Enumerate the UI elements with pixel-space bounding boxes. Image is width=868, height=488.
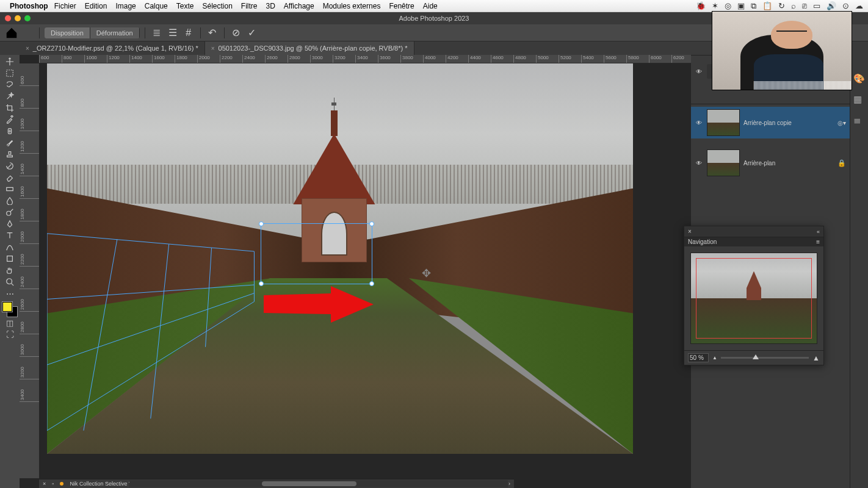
healing-tool[interactable]: [2, 126, 18, 137]
tray-icon[interactable]: ◎: [725, 1, 731, 10]
marquee-tool[interactable]: [2, 68, 18, 79]
disposition-button[interactable]: Disposition: [45, 27, 90, 38]
screenmode-toggle[interactable]: ⛶: [2, 329, 18, 340]
tray-icon[interactable]: 🐞: [696, 1, 706, 10]
status-plugin-label[interactable]: Nik Collection Selective Tool: [70, 481, 139, 487]
expand-status-icon[interactable]: ▫: [52, 481, 54, 487]
color-swatches[interactable]: [2, 302, 17, 317]
window-maximize[interactable]: [24, 15, 31, 21]
zoom-slider[interactable]: [721, 357, 809, 359]
navigation-panel[interactable]: × « Navigation ≡ ▲ ▲: [684, 226, 824, 365]
layer-thumbnail[interactable]: [707, 149, 740, 176]
navigator-viewport-box[interactable]: [696, 258, 812, 339]
panel-tab[interactable]: Navigation ≡: [684, 237, 823, 246]
type-tool[interactable]: [2, 230, 18, 241]
color-panel-icon[interactable]: 🎨: [853, 73, 866, 85]
wand-tool[interactable]: [2, 91, 18, 102]
blur-tool[interactable]: [2, 195, 18, 206]
smart-filter-icon[interactable]: ◎▾: [837, 120, 846, 126]
menu-selection[interactable]: Sélection: [202, 2, 232, 10]
tray-icon[interactable]: ⎚: [802, 1, 807, 10]
layer-row[interactable]: 👁 Arrière-plan copie ◎▾: [691, 107, 850, 138]
close-tab-icon[interactable]: ×: [211, 45, 215, 52]
tray-icon[interactable]: ↻: [778, 1, 785, 10]
menu-image[interactable]: Image: [115, 2, 136, 10]
brush-tool[interactable]: [2, 137, 18, 148]
chevron-right-icon[interactable]: ›: [508, 481, 510, 487]
align-icon[interactable]: ☰: [166, 26, 179, 40]
menu-affichage[interactable]: Affichage: [284, 2, 314, 10]
move-tool[interactable]: [2, 56, 18, 67]
document-canvas[interactable]: ✥: [47, 63, 633, 454]
tray-icon[interactable]: ⊙: [842, 1, 849, 10]
menu-aide[interactable]: Aide: [423, 2, 438, 10]
close-tab-icon[interactable]: ×: [26, 45, 29, 52]
vanishing-point-icon[interactable]: [21, 26, 34, 40]
history-brush-tool[interactable]: [2, 160, 18, 171]
panel-header[interactable]: × «: [684, 226, 823, 237]
tray-icon[interactable]: ▣: [737, 1, 745, 10]
foreground-color-swatch[interactable]: [2, 302, 12, 312]
menu-texte[interactable]: Texte: [176, 2, 194, 10]
ruler-vertical[interactable]: 6008001000120014001600180020002200240026…: [20, 63, 39, 478]
scrollbar-thumb[interactable]: [262, 481, 356, 486]
libraries-panel-icon[interactable]: ≣: [853, 115, 866, 127]
more-tools[interactable]: ⋯: [2, 288, 18, 299]
quickmask-toggle[interactable]: ◫: [2, 317, 18, 328]
path-tool[interactable]: [2, 242, 18, 253]
lock-icon[interactable]: 🔒: [837, 159, 846, 167]
tray-icon[interactable]: ⌕: [791, 1, 796, 10]
window-close[interactable]: [5, 15, 11, 21]
zoom-tool[interactable]: [2, 276, 18, 287]
undo-button[interactable]: ↶: [206, 26, 219, 40]
eyedropper-tool[interactable]: [2, 114, 18, 125]
document-tab[interactable]: × 05012023-_DSC9033.jpg @ 50% (Arrière-p…: [205, 41, 414, 55]
zoom-out-icon[interactable]: ▲: [712, 355, 717, 361]
layer-thumbnail[interactable]: [707, 109, 740, 136]
menu-fenetre[interactable]: Fenêtre: [389, 2, 414, 10]
ruler-horizontal[interactable]: 6008001000120014001600180020002200240026…: [39, 55, 691, 63]
pen-tool[interactable]: [2, 218, 18, 229]
stamp-tool[interactable]: [2, 149, 18, 160]
panel-close-icon[interactable]: ×: [688, 228, 692, 235]
grid-icon[interactable]: #: [182, 26, 195, 40]
visibility-toggle-icon[interactable]: 👁: [695, 68, 703, 75]
layer-row[interactable]: 👁 Arrière-plan 🔒: [691, 147, 850, 179]
menu-edition[interactable]: Edition: [85, 2, 107, 10]
visibility-toggle-icon[interactable]: 👁: [695, 160, 703, 167]
tray-icon[interactable]: ☁: [855, 1, 863, 10]
deformation-button[interactable]: Déformation: [90, 27, 140, 38]
crop-tool[interactable]: [2, 102, 18, 113]
lasso-tool[interactable]: [2, 79, 18, 90]
tray-icon[interactable]: ▭: [813, 1, 820, 10]
cancel-transform-button[interactable]: ⊘: [230, 26, 243, 40]
shape-tool[interactable]: [2, 253, 18, 264]
zoom-slider-thumb[interactable]: [753, 354, 759, 359]
document-tab[interactable]: × _ORZ2710-Modifier.psd @ 22,1% (Calque …: [20, 41, 205, 55]
window-minimize[interactable]: [15, 15, 21, 21]
menu-calque[interactable]: Calque: [145, 2, 168, 10]
horizontal-scrollbar[interactable]: [129, 480, 508, 487]
align-icon[interactable]: ≣: [150, 26, 164, 40]
hand-tool[interactable]: [2, 265, 18, 276]
menu-filtre[interactable]: Filtre: [241, 2, 258, 10]
layer-name[interactable]: Arrière-plan: [743, 160, 834, 167]
app-name-menu[interactable]: Photoshop: [10, 2, 48, 10]
tray-icon[interactable]: ⧉: [751, 1, 756, 11]
zoom-input[interactable]: [688, 353, 709, 362]
dodge-tool[interactable]: [2, 207, 18, 218]
panel-menu-icon[interactable]: ≡: [816, 239, 820, 245]
layer-name[interactable]: Arrière-plan copie: [743, 120, 834, 126]
tray-icon[interactable]: 🔊: [826, 1, 836, 10]
panel-collapse-icon[interactable]: «: [817, 229, 820, 235]
commit-transform-button[interactable]: ✓: [245, 26, 259, 40]
menu-3d[interactable]: 3D: [266, 2, 275, 10]
menu-fichier[interactable]: Fichier: [54, 2, 76, 10]
visibility-toggle-icon[interactable]: 👁: [695, 120, 703, 126]
zoom-in-icon[interactable]: ▲: [812, 354, 820, 362]
tray-icon[interactable]: 📋: [762, 1, 772, 10]
gradient-tool[interactable]: [2, 184, 18, 195]
close-status-icon[interactable]: ×: [43, 481, 46, 487]
swatches-panel-icon[interactable]: ▦: [853, 94, 866, 106]
navigator-preview[interactable]: [690, 253, 817, 344]
